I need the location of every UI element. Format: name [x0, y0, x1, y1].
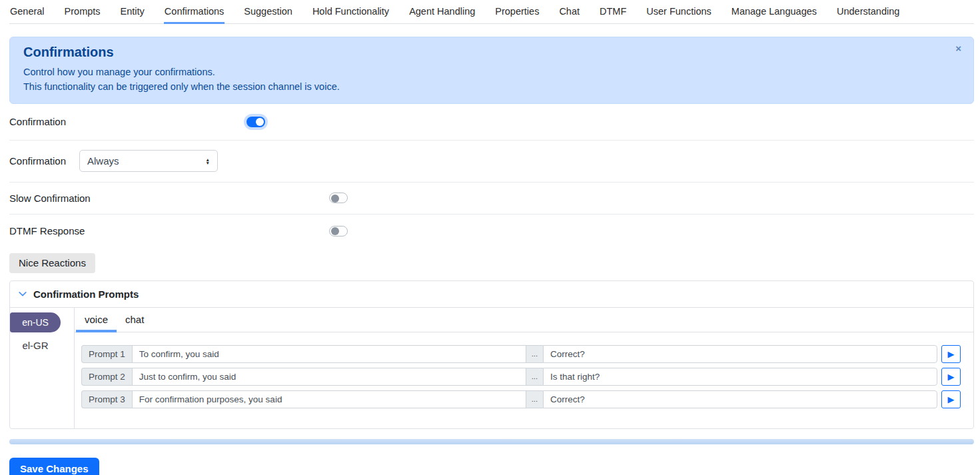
play-icon: ▶: [948, 395, 955, 404]
banner-title: Confirmations: [23, 45, 960, 60]
confirmation-prompts-panel: Confirmation Prompts en-US el-GR voice c…: [9, 280, 974, 429]
tab-general[interactable]: General: [9, 6, 45, 23]
tab-properties[interactable]: Properties: [494, 6, 540, 23]
tab-confirmations[interactable]: Confirmations: [164, 6, 225, 23]
dtmf-response-row: DTMF Response: [9, 215, 974, 248]
save-changes-button[interactable]: Save Changes: [9, 458, 99, 475]
confirmation-mode-row: Confirmation Always ▲ ▼: [9, 141, 974, 183]
prompt-3-label: Prompt 3: [81, 390, 132, 408]
play-icon: ▶: [948, 350, 955, 358]
tab-voice[interactable]: voice: [76, 308, 117, 332]
collapsed-panel-bar[interactable]: [9, 439, 974, 444]
tab-chat[interactable]: chat: [117, 308, 153, 332]
tab-understanding[interactable]: Understanding: [836, 6, 900, 23]
tab-suggestion[interactable]: Suggestion: [243, 6, 293, 23]
panel-body: en-US el-GR voice chat Prompt 1 ... ▶: [10, 308, 973, 428]
channel-tabs: voice chat: [75, 308, 973, 332]
dtmf-response-label: DTMF Response: [9, 225, 329, 237]
prompt-row-2: Prompt 2 ... ▶: [81, 368, 961, 386]
language-tab-el-gr[interactable]: el-GR: [10, 332, 61, 351]
prompt-3-text-input[interactable]: [132, 390, 526, 408]
prompt-3-suffix-input[interactable]: [543, 390, 937, 408]
slow-confirmation-toggle[interactable]: [329, 193, 348, 203]
slow-confirmation-label: Slow Confirmation: [9, 193, 329, 204]
select-arrows-icon: ▲ ▼: [206, 158, 210, 165]
prompt-1-suffix-input[interactable]: [543, 345, 937, 363]
tab-user-functions[interactable]: User Functions: [646, 6, 712, 23]
prompt-rows: Prompt 1 ... ▶ Prompt 2 ... ▶: [75, 332, 973, 428]
prompt-2-more-button[interactable]: ...: [526, 368, 543, 386]
prompt-2-suffix-input[interactable]: [543, 368, 937, 386]
prompt-3-play-button[interactable]: ▶: [941, 390, 961, 408]
confirmation-toggle-label: Confirmation: [9, 116, 246, 127]
close-icon[interactable]: ×: [951, 43, 965, 54]
confirmation-prompts-header[interactable]: Confirmation Prompts: [10, 281, 973, 308]
confirmation-toggle-row: Confirmation: [9, 104, 974, 141]
confirmation-mode-value: Always: [87, 155, 119, 167]
banner-line2: This functionality can be triggered only…: [23, 79, 960, 94]
prompt-2-text-input[interactable]: [132, 368, 526, 386]
tab-entity[interactable]: Entity: [120, 6, 145, 23]
prompt-3-more-button[interactable]: ...: [526, 390, 543, 408]
confirmations-banner: × Confirmations Control how you manage y…: [9, 37, 974, 104]
prompts-content: voice chat Prompt 1 ... ▶ Prompt 2 ...: [75, 308, 973, 428]
tab-prompts[interactable]: Prompts: [64, 6, 101, 23]
tab-chat[interactable]: Chat: [558, 6, 580, 23]
tab-manage-languages[interactable]: Manage Languages: [731, 6, 817, 23]
top-tab-bar: General Prompts Entity Confirmations Sug…: [9, 0, 974, 24]
confirmations-settings-page: General Prompts Entity Confirmations Sug…: [0, 0, 980, 475]
prompt-2-label: Prompt 2: [81, 368, 132, 386]
confirmation-toggle[interactable]: [246, 117, 265, 127]
play-icon: ▶: [948, 372, 955, 381]
language-tab-en-us[interactable]: en-US: [10, 312, 61, 332]
banner-line1: Control how you manage your confirmation…: [23, 65, 960, 79]
tab-agent-handling[interactable]: Agent Handling: [408, 6, 476, 23]
prompt-row-3: Prompt 3 ... ▶: [81, 390, 961, 408]
prompt-1-play-button[interactable]: ▶: [941, 345, 961, 363]
confirmation-mode-select[interactable]: Always ▲ ▼: [79, 150, 218, 172]
tab-dtmf[interactable]: DTMF: [599, 6, 627, 23]
tab-hold-functionality[interactable]: Hold Functionality: [312, 6, 390, 23]
slow-confirmation-row: Slow Confirmation: [9, 183, 974, 215]
confirmation-mode-label: Confirmation: [9, 155, 79, 167]
nice-reactions-button[interactable]: Nice Reactions: [9, 253, 95, 273]
language-list: en-US el-GR: [10, 308, 75, 428]
prompt-2-play-button[interactable]: ▶: [941, 368, 961, 386]
prompt-row-1: Prompt 1 ... ▶: [81, 345, 961, 363]
prompt-1-label: Prompt 1: [81, 345, 132, 363]
prompt-1-text-input[interactable]: [132, 345, 526, 363]
dtmf-response-toggle[interactable]: [329, 226, 348, 237]
prompt-1-more-button[interactable]: ...: [526, 345, 543, 363]
chevron-down-icon[interactable]: [18, 289, 27, 298]
panel-title: Confirmation Prompts: [33, 288, 139, 300]
